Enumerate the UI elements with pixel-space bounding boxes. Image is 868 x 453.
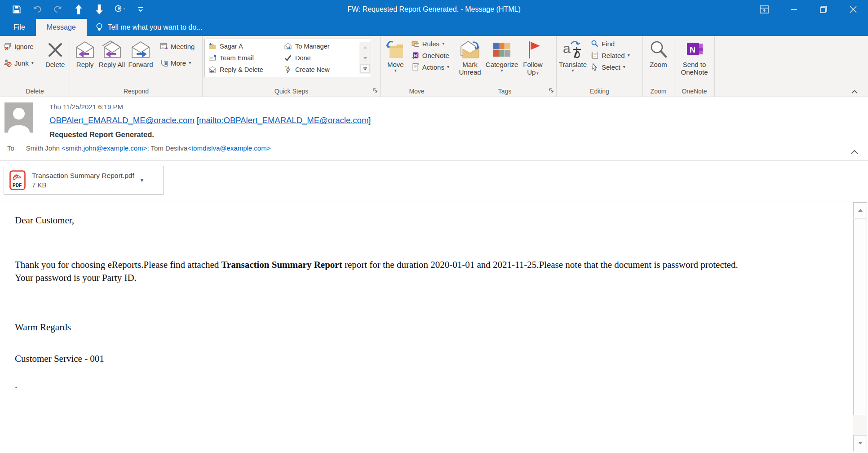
tags-dialog-launcher[interactable] — [549, 88, 554, 93]
categorize-icon — [492, 39, 512, 61]
close-icon[interactable] — [838, 0, 868, 19]
zoom-button[interactable]: Zoom — [645, 38, 672, 83]
rules-caret: ▾ — [442, 41, 444, 46]
tab-file[interactable]: File — [3, 19, 36, 36]
quick-step-sagar-a[interactable]: Sagar A — [208, 40, 283, 52]
rules-icon — [412, 40, 420, 48]
attachment-card[interactable]: PDF Transaction Summary Report.pdf 7 KB … — [4, 166, 164, 195]
delete-button[interactable]: Delete — [42, 38, 68, 83]
collapse-header-icon[interactable] — [850, 149, 859, 155]
mark-unread-icon — [459, 39, 481, 61]
junk-button[interactable]: Junk ▾ — [2, 58, 42, 68]
select-caret: ▾ — [623, 65, 625, 69]
quick-step-to-manager[interactable]: To Manager — [283, 40, 359, 52]
mailto-link[interactable]: mailto:OBPAlert_EMARALD_ME@oracle.com — [199, 115, 368, 125]
move-up-icon[interactable] — [71, 2, 86, 17]
send-to-onenote-button[interactable]: N Send to OneNote — [676, 38, 713, 83]
ribbon-filler — [715, 36, 868, 97]
save-icon[interactable] — [9, 2, 24, 17]
group-label-delete: Delete — [26, 88, 44, 95]
ribbon-group-move: Move ▾ Rules ▾ N OneNote — [381, 36, 453, 97]
find-icon — [591, 40, 599, 48]
translate-button[interactable]: a Translate ▾ — [558, 38, 587, 83]
undo-icon[interactable] — [30, 2, 45, 17]
body-closing: Warm Regards — [15, 322, 847, 333]
group-label-quick-steps: Quick Steps — [275, 88, 308, 95]
reply-button[interactable]: Reply — [72, 38, 98, 83]
group-label-onenote: OneNote — [682, 88, 707, 95]
actions-button[interactable]: Actions ▾ — [410, 62, 451, 72]
group-label-respond: Respond — [124, 88, 149, 95]
quick-steps-scroll-down[interactable] — [360, 54, 370, 62]
from-email-link[interactable]: OBPAlert_EMARALD_ME@oracle.com — [49, 115, 195, 125]
message-body: Dear Customer, Thank you for choosing eR… — [0, 201, 852, 453]
to-line: ToSmith John <smith.john@example.com>; T… — [7, 144, 270, 152]
attachment-filesize: 7 KB — [32, 180, 134, 190]
body-trailing-dot: . — [15, 379, 847, 391]
mark-unread-button[interactable]: Mark Unread — [455, 38, 485, 83]
scroll-up-button[interactable] — [853, 202, 867, 218]
window-controls — [749, 0, 868, 19]
tell-me-box[interactable]: Tell me what you want to do... — [87, 19, 211, 36]
quick-steps-more-button[interactable] — [360, 64, 370, 73]
follow-up-button[interactable]: Follow Up▾ — [519, 38, 547, 83]
translate-caret: ▾ — [571, 68, 574, 73]
move-button[interactable]: Move ▾ — [382, 38, 409, 83]
outlook-message-window: FW: Requested Report Generated. - Messag… — [0, 0, 868, 453]
tab-message[interactable]: Message — [36, 19, 87, 36]
follow-up-flag-icon — [523, 39, 543, 61]
message-from-line: OBPAlert_EMARALD_ME@oracle.com [mailto:O… — [49, 115, 371, 125]
reply-all-button[interactable]: Reply All — [98, 38, 126, 83]
send-to-onenote-icon: N — [685, 39, 704, 61]
meeting-button[interactable]: Meeting — [158, 41, 200, 51]
recipient-email-link[interactable]: <smith.john@example.com> — [62, 144, 147, 152]
categorize-button[interactable]: Categorize ▾ — [485, 38, 519, 83]
attachment-filename: Transaction Summary Report.pdf — [32, 171, 134, 180]
ribbon: Ignore Junk ▾ Delete — [0, 36, 868, 97]
move-down-icon[interactable] — [92, 2, 107, 17]
ribbon-display-options-icon[interactable] — [749, 0, 779, 19]
reply-icon — [74, 39, 96, 61]
more-respond-button[interactable]: More ▾ — [158, 58, 200, 68]
forward-button[interactable]: Forward — [126, 38, 155, 83]
quick-steps-dialog-launcher[interactable] — [372, 88, 378, 93]
attachment-zone: PDF Transaction Summary Report.pdf 7 KB … — [0, 161, 868, 201]
ribbon-group-tags: Mark Unread Categorize ▾ Follow Up▾ — [453, 36, 557, 97]
recipient-separator: ; Tom Desilva — [147, 144, 187, 152]
group-label-move: Move — [409, 88, 424, 95]
collapse-ribbon-icon[interactable] — [851, 89, 858, 94]
recipient2-email-link[interactable]: <tomdislva@example.com> — [187, 144, 270, 152]
quick-steps-box: Sagar A Team Email Reply & Delete — [204, 39, 371, 77]
attachment-dropdown-caret[interactable]: ▾ — [141, 177, 143, 183]
quick-step-create-new[interactable]: Create New — [283, 64, 359, 76]
select-button[interactable]: Select ▾ — [589, 62, 638, 72]
tell-me-label: Tell me what you want to do... — [108, 23, 203, 31]
to-label: To — [7, 144, 14, 152]
related-button[interactable]: Related ▾ — [589, 50, 638, 60]
minimize-icon[interactable] — [779, 0, 809, 19]
sender-avatar[interactable] — [4, 102, 33, 133]
quick-access-toolbar — [0, 2, 148, 17]
rules-button[interactable]: Rules ▾ — [410, 39, 451, 49]
touch-mode-icon[interactable] — [112, 2, 128, 17]
onenote-move-button[interactable]: N OneNote — [410, 50, 451, 60]
onenote-small-icon: N — [412, 51, 420, 59]
scroll-down-button[interactable] — [853, 435, 867, 451]
redo-icon[interactable] — [50, 2, 66, 17]
follow-up-caret: ▾ — [536, 71, 539, 76]
customize-qat-icon[interactable] — [133, 2, 148, 17]
body-bold-report-name: Transaction Summary Report — [221, 259, 342, 270]
reply-delete-icon — [208, 66, 217, 74]
find-button[interactable]: Find — [589, 39, 638, 49]
scrollbar-thumb[interactable] — [853, 219, 867, 415]
body-paragraph: Thank you for choosing eReports.Please f… — [15, 258, 847, 284]
folder-move-icon — [208, 42, 217, 50]
ignore-button[interactable]: Ignore — [2, 41, 42, 51]
title-bar: FW: Requested Report Generated. - Messag… — [0, 0, 868, 19]
restore-icon[interactable] — [809, 0, 838, 19]
quick-steps-scroll-up[interactable] — [360, 43, 370, 52]
pdf-file-icon: PDF — [9, 170, 26, 190]
quick-step-done[interactable]: Done — [283, 52, 359, 64]
quick-step-reply-delete[interactable]: Reply & Delete — [208, 64, 283, 76]
quick-step-team-email[interactable]: Team Email — [208, 52, 283, 64]
